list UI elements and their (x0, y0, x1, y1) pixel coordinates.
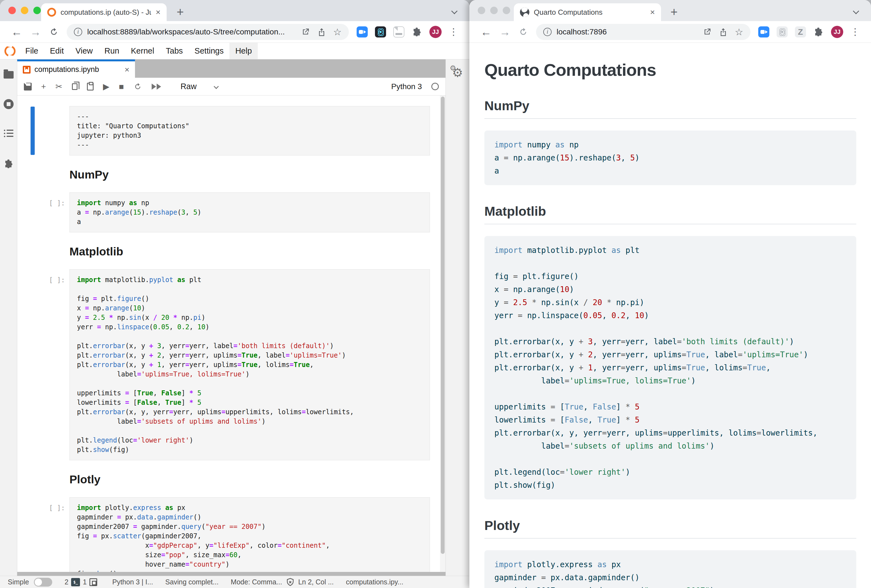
zoom-extension-icon[interactable] (357, 26, 368, 37)
menu-tabs[interactable]: Tabs (160, 43, 189, 59)
stop-kernel-icon[interactable]: ■ (119, 82, 124, 91)
bookmark-star-icon[interactable]: ☆ (735, 27, 743, 37)
close-notebook-icon[interactable]: × (124, 66, 129, 74)
browser-tab[interactable]: Quarto Computations × (514, 3, 661, 21)
kernel-status-text[interactable]: Python 3 | I... (112, 578, 153, 586)
code-editor[interactable]: import numpy as npa = np.arange(15).resh… (69, 193, 430, 232)
restart-kernel-icon[interactable] (133, 82, 142, 91)
notebook-content: ---title: "Quarto Computations"jupyter: … (17, 96, 446, 572)
menu-view[interactable]: View (70, 43, 99, 59)
code-editor[interactable]: import matplotlib.pyplot as plt fig = pl… (69, 269, 430, 460)
notebook-tab-title: computations.ipynb (34, 65, 121, 74)
code-cell-matplotlib[interactable]: [ ]: import matplotlib.pyplot as plt fig… (33, 269, 430, 460)
window-controls[interactable] (8, 7, 41, 14)
menu-settings[interactable]: Settings (189, 43, 229, 59)
file-browser-icon[interactable] (4, 71, 13, 79)
zoom-extension-icon[interactable] (758, 26, 769, 37)
raw-cell[interactable]: ---title: "Quarto Computations"jupyter: … (33, 106, 430, 155)
markdown-heading-matplotlib[interactable]: Matplotlib (69, 245, 430, 258)
new-tab-button[interactable]: + (670, 5, 678, 19)
share-icon[interactable] (317, 27, 326, 36)
profile-avatar[interactable]: JJ (430, 26, 441, 38)
reload-button[interactable] (518, 27, 528, 37)
run-all-icon[interactable] (152, 84, 162, 90)
react-devtools-extension-icon[interactable] (375, 26, 386, 37)
menu-kernel[interactable]: Kernel (125, 43, 160, 59)
react-devtools-extension-icon[interactable] (777, 26, 788, 37)
raw-cell-editor[interactable]: ---title: "Quarto Computations"jupyter: … (69, 106, 430, 155)
table-of-contents-icon[interactable] (4, 130, 13, 138)
address-bar[interactable]: i localhost:8889/lab/workspaces/auto-S/t… (67, 24, 349, 40)
extensions-puzzle-icon[interactable] (412, 27, 422, 37)
run-cell-icon[interactable]: ▶ (103, 82, 109, 91)
cell-type-chevron-icon[interactable] (214, 84, 218, 89)
menu-run[interactable]: Run (99, 43, 125, 59)
tab-search-chevron-icon[interactable] (853, 8, 859, 15)
menu-file[interactable]: File (19, 43, 44, 59)
document-extension-icon[interactable] (393, 26, 404, 37)
open-in-window-icon[interactable] (703, 27, 712, 36)
forward-button[interactable]: → (30, 26, 41, 37)
terminal-count: 2 (64, 578, 68, 586)
site-info-icon[interactable]: i (543, 28, 552, 36)
open-in-window-icon[interactable] (301, 27, 310, 36)
new-tab-button[interactable]: + (177, 5, 184, 19)
section-heading-numpy: NumPy (484, 98, 856, 119)
bookmark-star-icon[interactable]: ☆ (333, 27, 342, 37)
zotero-extension-icon[interactable]: Z (795, 26, 806, 37)
minimize-window-button[interactable] (21, 7, 28, 14)
profile-avatar[interactable]: JJ (831, 26, 843, 38)
markdown-heading-numpy[interactable]: NumPy (69, 168, 430, 181)
markdown-heading-plotly[interactable]: Plotly (69, 473, 430, 486)
close-window-button[interactable] (478, 7, 485, 14)
paste-cell-icon[interactable] (87, 83, 94, 91)
maximize-window-button[interactable] (503, 7, 510, 14)
reload-button[interactable] (49, 27, 59, 37)
cursor-position[interactable]: Ln 2, Col ... (298, 578, 334, 586)
browser-tab[interactable]: computations.ip (auto-S) - Jup × (41, 3, 167, 21)
activity-bar (0, 60, 17, 576)
kernel-name[interactable]: Python 3 (391, 82, 422, 91)
trust-shield-icon[interactable] (286, 578, 295, 587)
browser-menu-icon[interactable]: ⋮ (850, 27, 860, 36)
cell-type-select[interactable]: Raw (181, 82, 197, 91)
url-text: localhost:7896 (557, 27, 698, 36)
add-cell-icon[interactable]: + (41, 82, 46, 91)
back-button[interactable]: ← (480, 26, 492, 37)
property-inspector-icon[interactable]: ⚙ (450, 64, 456, 72)
tab-strip: computations.ip (auto-S) - Jup × + (0, 0, 469, 21)
close-tab-icon[interactable]: × (650, 8, 655, 16)
browser-menu-icon[interactable]: ⋮ (449, 27, 458, 36)
notebook-file-icon (23, 66, 31, 73)
statusbar-filename: computations.ipy... (346, 578, 404, 586)
page-title: Quarto Computations (484, 60, 856, 80)
save-icon[interactable] (24, 83, 31, 91)
address-bar[interactable]: i localhost:7896 ☆ (536, 24, 750, 40)
simple-mode-toggle[interactable] (34, 578, 52, 587)
code-cell-plotly[interactable]: [ ]: import plotly.express as pxgapminde… (33, 497, 430, 572)
menu-help[interactable]: Help (229, 43, 258, 59)
cut-cell-icon[interactable]: ✂ (55, 82, 63, 91)
notebook-tab[interactable]: computations.ipynb × (17, 60, 135, 78)
close-window-button[interactable] (8, 7, 16, 14)
share-icon[interactable] (719, 27, 728, 36)
browser-toolbar: ← → i localhost:8889/lab/workspaces/auto… (0, 21, 469, 43)
close-tab-icon[interactable]: × (156, 8, 160, 16)
window-controls[interactable] (478, 7, 510, 14)
cell-prompt: [ ]: (33, 269, 69, 460)
minimize-window-button[interactable] (490, 7, 498, 14)
notebook-scrollbar[interactable] (440, 96, 446, 572)
site-info-icon[interactable]: i (74, 28, 82, 36)
browser-window-quarto: Quarto Computations × + ← → i localhost:… (469, 0, 871, 588)
tab-search-chevron-icon[interactable] (451, 8, 458, 15)
maximize-window-button[interactable] (33, 7, 41, 14)
menu-edit[interactable]: Edit (44, 43, 70, 59)
running-kernels-icon[interactable] (4, 99, 13, 109)
back-button[interactable]: ← (11, 26, 22, 37)
code-editor[interactable]: import plotly.express as pxgapminder = p… (69, 497, 430, 572)
extensions-puzzle-icon[interactable] (813, 27, 824, 37)
extension-manager-icon[interactable] (3, 158, 14, 169)
code-cell-numpy[interactable]: [ ]: import numpy as npa = np.arange(15)… (33, 193, 430, 232)
forward-button[interactable]: → (499, 26, 510, 37)
copy-cell-icon[interactable] (72, 83, 78, 90)
